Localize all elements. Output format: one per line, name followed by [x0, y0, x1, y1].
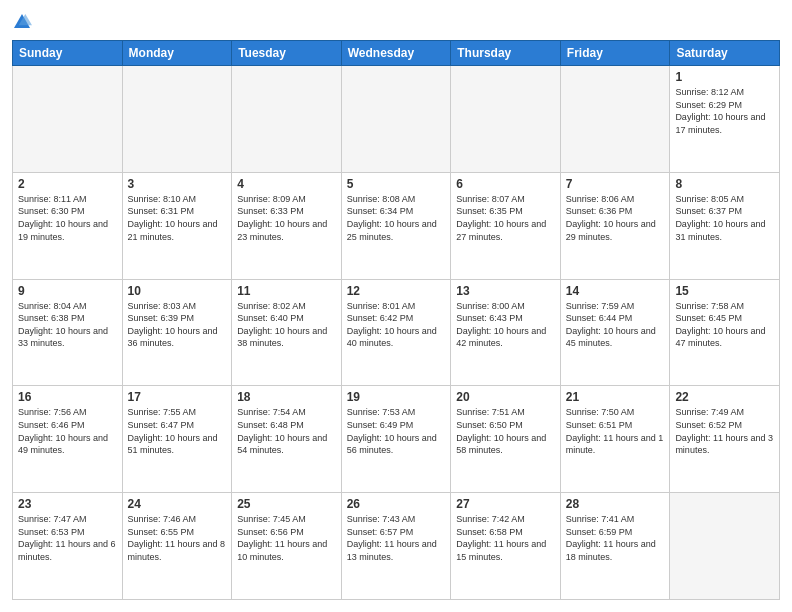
weekday-header: Friday — [560, 41, 670, 66]
day-info: Sunrise: 7:55 AM Sunset: 6:47 PM Dayligh… — [128, 406, 227, 456]
day-info: Sunrise: 8:00 AM Sunset: 6:43 PM Dayligh… — [456, 300, 555, 350]
day-number: 19 — [347, 390, 446, 404]
weekday-header: Monday — [122, 41, 232, 66]
day-info: Sunrise: 7:42 AM Sunset: 6:58 PM Dayligh… — [456, 513, 555, 563]
day-info: Sunrise: 7:43 AM Sunset: 6:57 PM Dayligh… — [347, 513, 446, 563]
calendar-cell — [670, 493, 780, 600]
header — [12, 12, 780, 32]
calendar-cell: 14Sunrise: 7:59 AM Sunset: 6:44 PM Dayli… — [560, 279, 670, 386]
day-info: Sunrise: 7:53 AM Sunset: 6:49 PM Dayligh… — [347, 406, 446, 456]
calendar-cell: 15Sunrise: 7:58 AM Sunset: 6:45 PM Dayli… — [670, 279, 780, 386]
weekday-header: Wednesday — [341, 41, 451, 66]
day-number: 26 — [347, 497, 446, 511]
day-info: Sunrise: 7:54 AM Sunset: 6:48 PM Dayligh… — [237, 406, 336, 456]
calendar-week-row: 23Sunrise: 7:47 AM Sunset: 6:53 PM Dayli… — [13, 493, 780, 600]
day-info: Sunrise: 7:47 AM Sunset: 6:53 PM Dayligh… — [18, 513, 117, 563]
day-number: 25 — [237, 497, 336, 511]
calendar-cell: 24Sunrise: 7:46 AM Sunset: 6:55 PM Dayli… — [122, 493, 232, 600]
day-info: Sunrise: 8:12 AM Sunset: 6:29 PM Dayligh… — [675, 86, 774, 136]
day-number: 21 — [566, 390, 665, 404]
calendar-cell — [232, 66, 342, 173]
calendar-cell: 2Sunrise: 8:11 AM Sunset: 6:30 PM Daylig… — [13, 172, 123, 279]
day-info: Sunrise: 7:51 AM Sunset: 6:50 PM Dayligh… — [456, 406, 555, 456]
calendar-cell: 5Sunrise: 8:08 AM Sunset: 6:34 PM Daylig… — [341, 172, 451, 279]
day-number: 24 — [128, 497, 227, 511]
day-info: Sunrise: 7:45 AM Sunset: 6:56 PM Dayligh… — [237, 513, 336, 563]
day-info: Sunrise: 8:03 AM Sunset: 6:39 PM Dayligh… — [128, 300, 227, 350]
day-info: Sunrise: 7:49 AM Sunset: 6:52 PM Dayligh… — [675, 406, 774, 456]
day-number: 15 — [675, 284, 774, 298]
day-number: 1 — [675, 70, 774, 84]
day-number: 11 — [237, 284, 336, 298]
day-info: Sunrise: 8:05 AM Sunset: 6:37 PM Dayligh… — [675, 193, 774, 243]
calendar-cell: 1Sunrise: 8:12 AM Sunset: 6:29 PM Daylig… — [670, 66, 780, 173]
calendar-cell: 4Sunrise: 8:09 AM Sunset: 6:33 PM Daylig… — [232, 172, 342, 279]
calendar-cell — [451, 66, 561, 173]
weekday-header: Saturday — [670, 41, 780, 66]
day-number: 9 — [18, 284, 117, 298]
weekday-header: Tuesday — [232, 41, 342, 66]
day-number: 3 — [128, 177, 227, 191]
day-number: 2 — [18, 177, 117, 191]
day-info: Sunrise: 8:09 AM Sunset: 6:33 PM Dayligh… — [237, 193, 336, 243]
day-info: Sunrise: 7:41 AM Sunset: 6:59 PM Dayligh… — [566, 513, 665, 563]
calendar-cell — [341, 66, 451, 173]
day-info: Sunrise: 7:59 AM Sunset: 6:44 PM Dayligh… — [566, 300, 665, 350]
day-info: Sunrise: 8:10 AM Sunset: 6:31 PM Dayligh… — [128, 193, 227, 243]
calendar-cell: 26Sunrise: 7:43 AM Sunset: 6:57 PM Dayli… — [341, 493, 451, 600]
calendar-week-row: 9Sunrise: 8:04 AM Sunset: 6:38 PM Daylig… — [13, 279, 780, 386]
day-number: 20 — [456, 390, 555, 404]
calendar-cell: 27Sunrise: 7:42 AM Sunset: 6:58 PM Dayli… — [451, 493, 561, 600]
calendar-cell: 6Sunrise: 8:07 AM Sunset: 6:35 PM Daylig… — [451, 172, 561, 279]
calendar-week-row: 1Sunrise: 8:12 AM Sunset: 6:29 PM Daylig… — [13, 66, 780, 173]
weekday-header: Sunday — [13, 41, 123, 66]
calendar-cell: 23Sunrise: 7:47 AM Sunset: 6:53 PM Dayli… — [13, 493, 123, 600]
day-number: 8 — [675, 177, 774, 191]
calendar-cell — [560, 66, 670, 173]
day-info: Sunrise: 8:07 AM Sunset: 6:35 PM Dayligh… — [456, 193, 555, 243]
calendar-cell: 8Sunrise: 8:05 AM Sunset: 6:37 PM Daylig… — [670, 172, 780, 279]
day-info: Sunrise: 8:04 AM Sunset: 6:38 PM Dayligh… — [18, 300, 117, 350]
calendar-cell: 20Sunrise: 7:51 AM Sunset: 6:50 PM Dayli… — [451, 386, 561, 493]
day-info: Sunrise: 7:58 AM Sunset: 6:45 PM Dayligh… — [675, 300, 774, 350]
day-info: Sunrise: 8:02 AM Sunset: 6:40 PM Dayligh… — [237, 300, 336, 350]
calendar-cell: 13Sunrise: 8:00 AM Sunset: 6:43 PM Dayli… — [451, 279, 561, 386]
day-info: Sunrise: 7:56 AM Sunset: 6:46 PM Dayligh… — [18, 406, 117, 456]
day-number: 12 — [347, 284, 446, 298]
calendar-cell: 28Sunrise: 7:41 AM Sunset: 6:59 PM Dayli… — [560, 493, 670, 600]
calendar-cell: 11Sunrise: 8:02 AM Sunset: 6:40 PM Dayli… — [232, 279, 342, 386]
day-number: 27 — [456, 497, 555, 511]
calendar-cell: 9Sunrise: 8:04 AM Sunset: 6:38 PM Daylig… — [13, 279, 123, 386]
day-number: 18 — [237, 390, 336, 404]
calendar-cell: 10Sunrise: 8:03 AM Sunset: 6:39 PM Dayli… — [122, 279, 232, 386]
weekday-header-row: SundayMondayTuesdayWednesdayThursdayFrid… — [13, 41, 780, 66]
weekday-header: Thursday — [451, 41, 561, 66]
day-number: 28 — [566, 497, 665, 511]
day-number: 17 — [128, 390, 227, 404]
calendar-cell: 12Sunrise: 8:01 AM Sunset: 6:42 PM Dayli… — [341, 279, 451, 386]
calendar-cell: 3Sunrise: 8:10 AM Sunset: 6:31 PM Daylig… — [122, 172, 232, 279]
day-info: Sunrise: 7:46 AM Sunset: 6:55 PM Dayligh… — [128, 513, 227, 563]
day-info: Sunrise: 8:11 AM Sunset: 6:30 PM Dayligh… — [18, 193, 117, 243]
page: SundayMondayTuesdayWednesdayThursdayFrid… — [0, 0, 792, 612]
calendar-cell: 16Sunrise: 7:56 AM Sunset: 6:46 PM Dayli… — [13, 386, 123, 493]
day-number: 7 — [566, 177, 665, 191]
logo-icon — [12, 12, 32, 32]
day-info: Sunrise: 8:08 AM Sunset: 6:34 PM Dayligh… — [347, 193, 446, 243]
logo — [12, 12, 36, 32]
calendar-cell: 18Sunrise: 7:54 AM Sunset: 6:48 PM Dayli… — [232, 386, 342, 493]
day-number: 13 — [456, 284, 555, 298]
calendar-cell: 19Sunrise: 7:53 AM Sunset: 6:49 PM Dayli… — [341, 386, 451, 493]
calendar-cell: 22Sunrise: 7:49 AM Sunset: 6:52 PM Dayli… — [670, 386, 780, 493]
day-number: 23 — [18, 497, 117, 511]
calendar-cell: 21Sunrise: 7:50 AM Sunset: 6:51 PM Dayli… — [560, 386, 670, 493]
day-info: Sunrise: 8:01 AM Sunset: 6:42 PM Dayligh… — [347, 300, 446, 350]
calendar-week-row: 2Sunrise: 8:11 AM Sunset: 6:30 PM Daylig… — [13, 172, 780, 279]
day-number: 16 — [18, 390, 117, 404]
day-info: Sunrise: 7:50 AM Sunset: 6:51 PM Dayligh… — [566, 406, 665, 456]
calendar-cell — [13, 66, 123, 173]
day-number: 6 — [456, 177, 555, 191]
day-number: 5 — [347, 177, 446, 191]
day-number: 10 — [128, 284, 227, 298]
calendar: SundayMondayTuesdayWednesdayThursdayFrid… — [12, 40, 780, 600]
